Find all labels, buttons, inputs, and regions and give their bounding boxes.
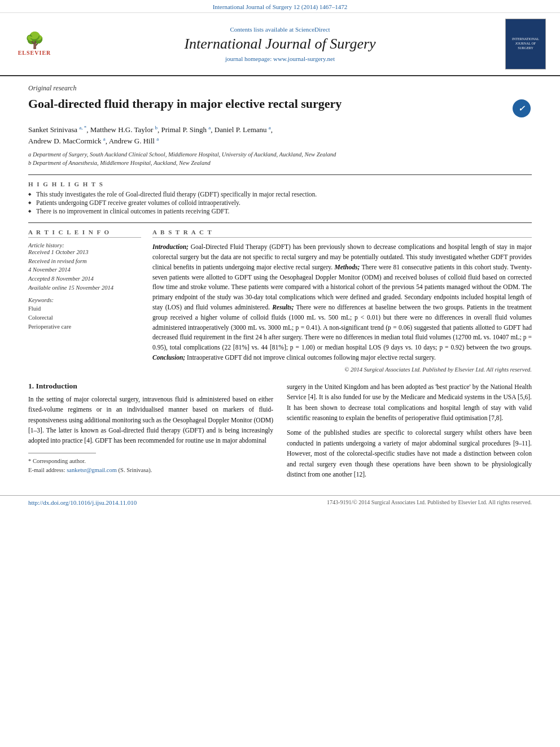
- history-label: Article history:: [28, 242, 141, 248]
- footnote-divider: [28, 453, 96, 453]
- abstract-conclusion-label: Conclusion;: [152, 354, 185, 361]
- bottom-bar: http://dx.doi.org/10.1016/j.ijsu.2014.11…: [0, 495, 560, 509]
- authors: Sanket Srinivasa a, *, Matthew H.G. Tayl…: [28, 124, 532, 147]
- email-address[interactable]: sanketsr@gmail.com: [67, 467, 117, 473]
- email-person: (S. Srinivasa).: [119, 467, 152, 473]
- affiliations: a Department of Surgery, South Auckland …: [28, 150, 532, 168]
- intro-number: 1.: [28, 382, 34, 390]
- keyword-1: Fluid: [28, 304, 141, 313]
- highlights-list: This study investigates the role of Goal…: [28, 191, 532, 215]
- intro-left: 1. Introduction In the setting of major …: [28, 382, 273, 484]
- available-date: Available online 15 November 2014: [28, 284, 141, 292]
- issn-copyright: 1743-9191/© 2014 Surgical Associates Ltd…: [327, 499, 532, 506]
- abstract-intro-label: Introduction;: [152, 243, 189, 250]
- elsevier-logo-container: 🌳 ELSEVIER: [9, 19, 60, 69]
- elsevier-tree-icon: 🌳: [25, 33, 45, 49]
- journal-cover-text: INTERNATIONAL JOURNAL OF SURGERY: [508, 37, 543, 50]
- intro-heading: 1. Introduction: [28, 382, 273, 391]
- journal-header: 🌳 ELSEVIER Contents lists available at S…: [0, 13, 560, 76]
- affiliation-a: a Department of Surgery, South Auckland …: [28, 150, 532, 159]
- journal-citation: International Journal of Surgery 12 (201…: [213, 3, 348, 10]
- abstract-conclusion-text: Intraoperative GDFT did not improve clin…: [187, 354, 436, 361]
- highlights-label: H I G H L I G H T S: [28, 181, 532, 187]
- footnote: * Corresponding author. E-mail address: …: [28, 457, 273, 475]
- highlight-item-2: Patients undergoing GDFT receive greater…: [28, 199, 532, 206]
- sciencedirect-link[interactable]: ScienceDirect: [295, 26, 330, 33]
- sciencedirect-notice: Contents lists available at ScienceDirec…: [230, 26, 330, 33]
- abstract-col: A B S T R A C T Introduction; Goal-Direc…: [152, 229, 532, 373]
- intro-two-col: 1. Introduction In the setting of major …: [28, 382, 532, 484]
- intro-para-3: Some of the published studies are specif…: [287, 427, 532, 479]
- keyword-3: Perioperative care: [28, 322, 141, 331]
- journal-url[interactable]: www.journal-surgery.net: [273, 55, 335, 62]
- email-footnote: E-mail address: sanketsr@gmail.com (S. S…: [28, 466, 273, 475]
- affiliation-b: b Department of Anaesthesia, Middlemore …: [28, 159, 532, 168]
- journal-homepage: journal homepage: www.journal-surgery.ne…: [225, 55, 335, 62]
- abstract-text: Introduction; Goal-Directed Fluid Therap…: [152, 242, 532, 363]
- author-list: Sanket Srinivasa a, *, Matthew H.G. Tayl…: [28, 125, 273, 134]
- keywords-section: Keywords: Fluid Colorectal Perioperative…: [28, 297, 141, 331]
- article-title: Goal-directed fluid therapy in major ele…: [28, 96, 502, 112]
- highlights-section: H I G H L I G H T S This study investiga…: [28, 181, 532, 215]
- email-label: E-mail address:: [28, 467, 65, 473]
- elsevier-brand: ELSEVIER: [18, 50, 51, 56]
- keywords-list: Fluid Colorectal Perioperative care: [28, 304, 141, 331]
- corresponding-author-note: * Corresponding author.: [28, 457, 273, 466]
- doi-link[interactable]: http://dx.doi.org/10.1016/j.ijsu.2014.11…: [28, 499, 137, 506]
- divider-2: [28, 222, 532, 223]
- article-history: Article history: Received 1 October 2013…: [28, 242, 141, 291]
- revised-label: Received in revised form: [28, 257, 141, 265]
- intro-para-2: surgery in the United Kingdom and has be…: [287, 382, 532, 423]
- divider-1: [28, 174, 532, 175]
- intro-para-1: In the setting of major colorectal surge…: [28, 394, 273, 446]
- received-date: Received 1 October 2013: [28, 248, 141, 256]
- journal-title: International Journal of Surgery: [184, 35, 375, 53]
- article-body: Original research Goal-directed fluid th…: [0, 76, 560, 495]
- elsevier-logo: 🌳 ELSEVIER: [12, 30, 57, 58]
- abstract-results-text: There were no differences at baseline be…: [152, 304, 532, 351]
- journal-thumbnail: INTERNATIONAL JOURNAL OF SURGERY: [500, 19, 551, 69]
- intro-title: Introduction: [36, 382, 77, 390]
- revised-date: 4 November 2014: [28, 266, 141, 274]
- copyright: © 2014 Surgical Associates Ltd. Publishe…: [152, 366, 532, 373]
- article-title-row: Goal-directed fluid therapy in major ele…: [28, 96, 532, 119]
- highlight-item-3: There is no improvement in clinical outc…: [28, 208, 532, 215]
- article-info-label: A R T I C L E I N F O: [28, 229, 141, 238]
- author-list-2: Andrew D. MacCormick a, Andrew G. Hill a: [28, 137, 159, 145]
- journal-cover: INTERNATIONAL JOURNAL OF SURGERY: [505, 19, 546, 69]
- article-type: Original research: [28, 84, 532, 93]
- accepted-date: Accepted 8 November 2014: [28, 275, 141, 283]
- introduction-section: 1. Introduction In the setting of major …: [28, 382, 532, 484]
- info-abstract-cols: A R T I C L E I N F O Article history: R…: [28, 229, 532, 373]
- header-center: Contents lists available at ScienceDirec…: [65, 19, 495, 69]
- article-info-col: A R T I C L E I N F O Article history: R…: [28, 229, 141, 373]
- highlight-item-1: This study investigates the role of Goal…: [28, 191, 532, 198]
- crossmark-icon: ✓: [513, 99, 531, 117]
- intro-right: surgery in the United Kingdom and has be…: [287, 382, 532, 484]
- top-bar: International Journal of Surgery 12 (201…: [0, 0, 560, 13]
- keyword-2: Colorectal: [28, 313, 141, 322]
- crossmark-badge: ✓: [511, 98, 532, 119]
- abstract-methods-label: Methods;: [335, 264, 360, 270]
- abstract-label: A B S T R A C T: [152, 229, 532, 238]
- abstract-results-label: Results;: [272, 304, 294, 311]
- keywords-label: Keywords:: [28, 297, 141, 303]
